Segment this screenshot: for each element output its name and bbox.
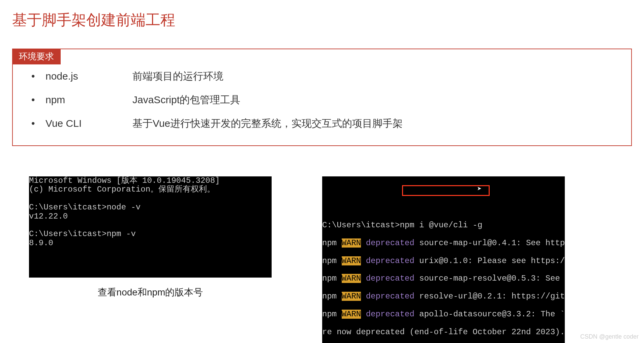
requirements-section: 环境要求 • node.js 前端项目的运行环境 • npm JavaScrip… xyxy=(12,49,632,146)
section-tag: 环境要求 xyxy=(12,49,61,64)
list-item: • Vue CLI 基于Vue进行快速开发的完整系统，实现交互式的项目脚手架 xyxy=(31,112,621,135)
cursor-icon: ➤ xyxy=(477,185,482,194)
prompt: C:\Users\itcast> xyxy=(322,221,400,230)
terminal-left-caption: 查看node和npm的版本号 xyxy=(98,286,203,299)
bullet-icon: • xyxy=(31,64,45,88)
req-desc: 前端项目的运行环境 xyxy=(132,64,223,88)
highlight-box-icon xyxy=(402,185,490,196)
bullet-icon: • xyxy=(31,112,45,135)
req-desc: 基于Vue进行快速开发的完整系统，实现交互式的项目脚手架 xyxy=(132,112,403,135)
watermark: CSDN @gentle coder xyxy=(580,333,639,340)
terminal-right: ➤ C:\Users\itcast>npm i @vue/cli -g npm … xyxy=(322,176,565,343)
req-name: npm xyxy=(45,88,132,112)
command: npm i @vue/cli -g xyxy=(400,221,482,230)
list-item: • npm JavaScript的包管理工具 xyxy=(31,88,621,112)
bullet-icon: • xyxy=(31,88,45,112)
req-desc: JavaScript的包管理工具 xyxy=(132,88,240,112)
terminal-left: Microsoft Windows [版本 10.0.19045.3208] (… xyxy=(29,176,272,278)
list-item: • node.js 前端项目的运行环境 xyxy=(31,64,621,88)
req-name: node.js xyxy=(45,64,132,88)
req-name: Vue CLI xyxy=(45,112,132,135)
right-terminal-block: ➤ C:\Users\itcast>npm i @vue/cli -g npm … xyxy=(322,176,565,343)
page-title: 基于脚手架创建前端工程 xyxy=(12,10,632,30)
requirements-list: • node.js 前端项目的运行环境 • npm JavaScript的包管理… xyxy=(31,64,621,135)
left-terminal-block: Microsoft Windows [版本 10.0.19045.3208] (… xyxy=(29,176,272,343)
